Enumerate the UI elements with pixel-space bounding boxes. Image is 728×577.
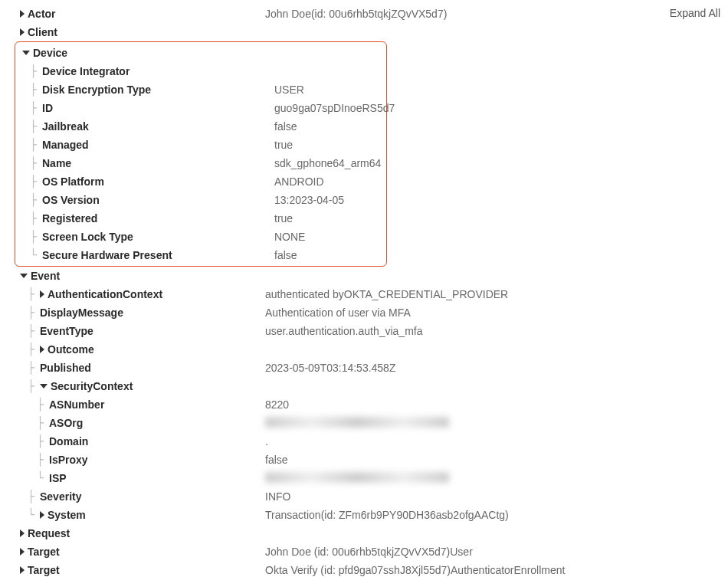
device-screenlock-label: Screen Lock Type bbox=[42, 231, 133, 243]
section-actor[interactable]: Actor John Doe(id: 00u6rhb5tqkjZQvVX5d7) bbox=[8, 5, 720, 23]
event-authcontext-label: AuthenticationContext bbox=[48, 288, 162, 300]
event-system-row[interactable]: └ System Transaction(id: ZFm6rb9PY90DH36… bbox=[8, 506, 720, 524]
seccontext-isp-label: ISP bbox=[49, 472, 67, 484]
event-eventtype-row: ├ EventType user.authentication.auth_via… bbox=[8, 322, 720, 340]
tree-tee-icon: ├ bbox=[30, 139, 42, 150]
seccontext-isproxy-row: ├ IsProxy false bbox=[8, 451, 720, 469]
seccontext-asnumber-row: ├ ASNumber 8220 bbox=[8, 395, 720, 414]
event-authcontext-row[interactable]: ├ AuthenticationContext authenticated by… bbox=[8, 285, 720, 303]
section-target-2[interactable]: Target Okta Verify (id: pfd9ga07sshJ8Xjl… bbox=[8, 561, 720, 577]
chevron-right-icon bbox=[40, 511, 44, 519]
device-label: Device bbox=[33, 47, 67, 59]
chevron-right-icon bbox=[40, 346, 44, 353]
device-diskenc-value: USER bbox=[274, 84, 304, 96]
device-diskenc-row: ├ Disk Encryption Type USER bbox=[17, 80, 385, 99]
seccontext-domain-row: ├ Domain . bbox=[8, 432, 720, 451]
tree-tee-icon: ├ bbox=[30, 66, 42, 77]
device-securehw-value: false bbox=[274, 249, 297, 261]
seccontext-asorg-row: ├ ASOrg bbox=[8, 414, 720, 432]
device-id-label: ID bbox=[42, 102, 53, 114]
event-displaymsg-row: ├ DisplayMessage Authentication of user … bbox=[8, 303, 720, 322]
event-eventtype-label: EventType bbox=[40, 325, 93, 337]
chevron-down-icon bbox=[20, 274, 28, 278]
seccontext-isproxy-value: false bbox=[265, 454, 288, 466]
event-seccontext-label: SecurityContext bbox=[51, 380, 133, 392]
section-device[interactable]: Device bbox=[17, 44, 385, 62]
tree-tee-icon: ├ bbox=[30, 84, 42, 95]
section-event[interactable]: Event bbox=[8, 267, 720, 285]
device-managed-label: Managed bbox=[42, 139, 89, 151]
device-osplatform-label: OS Platform bbox=[42, 175, 104, 188]
device-screenlock-value: NONE bbox=[274, 231, 305, 243]
tree-tee-icon: ├ bbox=[30, 213, 42, 224]
tree-tee-icon: ├ bbox=[30, 121, 42, 132]
chevron-right-icon bbox=[20, 548, 25, 556]
seccontext-asorg-label: ASOrg bbox=[49, 417, 83, 429]
event-outcome-row[interactable]: ├ Outcome bbox=[8, 340, 720, 359]
event-label: Event bbox=[31, 270, 60, 282]
tree-tee-icon: ├ bbox=[37, 454, 49, 465]
target1-value: John Doe (id: 00u6rhb5tqkjZQvVX5d7)User bbox=[265, 546, 473, 558]
device-integrator-label: Device Integrator bbox=[42, 65, 130, 77]
tree-tee-icon: ├ bbox=[28, 381, 40, 392]
event-severity-label: Severity bbox=[40, 490, 81, 503]
seccontext-isproxy-label: IsProxy bbox=[49, 454, 88, 466]
device-securehw-row: └ Secure Hardware Present false bbox=[17, 246, 385, 264]
device-jailbreak-label: Jailbreak bbox=[42, 120, 89, 133]
client-label: Client bbox=[28, 26, 57, 38]
tree-tee-icon: ├ bbox=[37, 436, 49, 447]
chevron-right-icon bbox=[20, 529, 25, 537]
seccontext-asorg-value bbox=[265, 417, 449, 430]
chevron-right-icon bbox=[20, 28, 25, 36]
target1-label: Target bbox=[28, 546, 60, 558]
tree-tee-icon: ├ bbox=[28, 289, 40, 300]
event-severity-value: INFO bbox=[265, 490, 290, 503]
device-osversion-label: OS Version bbox=[42, 194, 100, 206]
event-outcome-label: Outcome bbox=[48, 343, 94, 356]
chevron-down-icon bbox=[40, 384, 48, 388]
device-osplatform-value: ANDROID bbox=[274, 175, 324, 188]
chevron-down-icon bbox=[22, 51, 30, 55]
section-client[interactable]: Client bbox=[8, 23, 720, 41]
request-label: Request bbox=[28, 527, 70, 539]
tree-elbow-icon: └ bbox=[30, 250, 42, 261]
event-system-label: System bbox=[48, 509, 86, 521]
tree-tee-icon: ├ bbox=[30, 231, 42, 242]
seccontext-asnumber-value: 8220 bbox=[265, 398, 289, 411]
event-authcontext-value: authenticated byOKTA_CREDENTIAL_PROVIDER bbox=[265, 288, 508, 300]
tree-tee-icon: ├ bbox=[30, 158, 42, 169]
device-osplatform-row: ├ OS Platform ANDROID bbox=[17, 172, 385, 191]
seccontext-asnumber-label: ASNumber bbox=[49, 398, 104, 411]
device-jailbreak-row: ├ Jailbreak false bbox=[17, 117, 385, 136]
event-published-value: 2023-05-09T03:14:53.458Z bbox=[265, 362, 395, 374]
device-osversion-value: 13:2023-04-05 bbox=[274, 194, 344, 206]
event-seccontext-row[interactable]: ├ SecurityContext bbox=[8, 377, 720, 395]
device-registered-value: true bbox=[274, 212, 293, 225]
section-target-1[interactable]: Target John Doe (id: 00u6rhb5tqkjZQvVX5d… bbox=[8, 543, 720, 561]
tree-tee-icon: ├ bbox=[28, 491, 40, 502]
tree-tee-icon: ├ bbox=[30, 176, 42, 187]
target2-label: Target bbox=[28, 564, 60, 576]
device-registered-label: Registered bbox=[42, 212, 97, 225]
chevron-right-icon bbox=[40, 290, 44, 298]
tree-tee-icon: ├ bbox=[28, 362, 40, 373]
event-system-value: Transaction(id: ZFm6rb9PY90DH36asb2ofgAA… bbox=[265, 509, 509, 521]
tree-tee-icon: ├ bbox=[30, 195, 42, 205]
tree-elbow-icon: └ bbox=[37, 473, 49, 484]
seccontext-isp-value bbox=[265, 472, 449, 485]
tree-tee-icon: ├ bbox=[37, 418, 49, 428]
device-screenlock-row: ├ Screen Lock Type NONE bbox=[17, 228, 385, 246]
tree-tee-icon: ├ bbox=[28, 307, 40, 318]
event-eventtype-value: user.authentication.auth_via_mfa bbox=[265, 325, 422, 337]
device-managed-row: ├ Managed true bbox=[17, 136, 385, 154]
device-registered-row: ├ Registered true bbox=[17, 209, 385, 228]
seccontext-domain-value: . bbox=[265, 435, 268, 448]
device-name-row: ├ Name sdk_gphone64_arm64 bbox=[17, 154, 385, 172]
event-severity-row: ├ Severity INFO bbox=[8, 487, 720, 506]
actor-value: John Doe(id: 00u6rhb5tqkjZQvVX5d7) bbox=[265, 8, 447, 20]
device-jailbreak-value: false bbox=[274, 120, 297, 133]
event-published-label: Published bbox=[40, 362, 91, 374]
device-id-value: guo9ga07spDInoeRS5d7 bbox=[274, 102, 395, 114]
section-request[interactable]: Request bbox=[8, 524, 720, 543]
device-name-value: sdk_gphone64_arm64 bbox=[274, 157, 381, 169]
